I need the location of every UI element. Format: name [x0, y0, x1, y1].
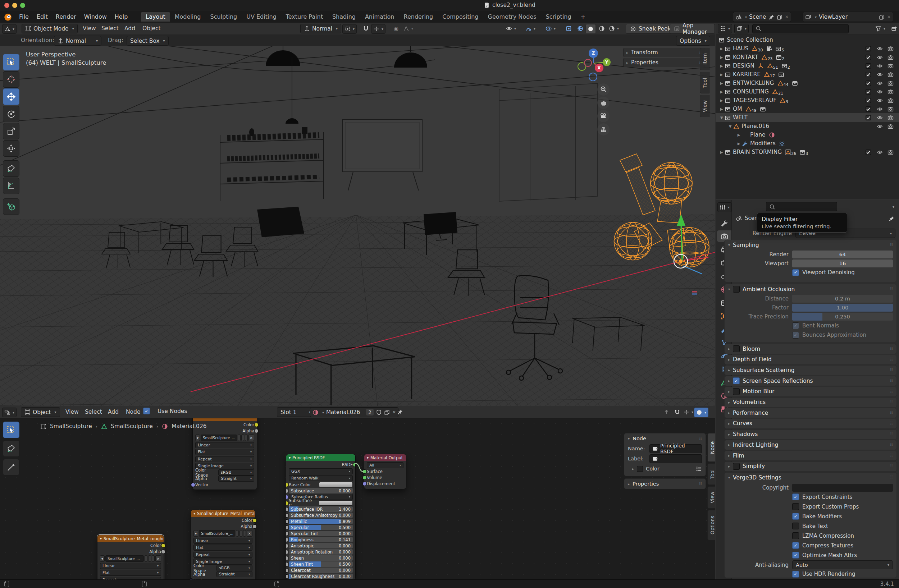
shader-tool-annotate[interactable] [3, 440, 19, 457]
image-datablock[interactable]: ▾ SmallSculpture_... ✕ [193, 530, 252, 537]
close-window-button[interactable] [4, 3, 9, 8]
pin-icon[interactable] [768, 14, 775, 20]
outliner-root[interactable]: Scene Collection [715, 35, 899, 44]
panel-bloom[interactable]: ▸Bloom⠿ [724, 344, 897, 354]
checkbox-toggle[interactable] [865, 114, 872, 121]
eye-toggle[interactable] [876, 105, 883, 113]
bake-modifiers-checkbox[interactable]: ✓Bake Modifiers [792, 511, 896, 521]
panel-screen-space-reflections[interactable]: ▸✓Screen Space Reflections⠿ [724, 376, 897, 386]
expand-arrow-icon[interactable]: ▶ [718, 99, 724, 102]
input-socket-subsurface-ior[interactable] [286, 507, 289, 511]
viewport-samples-field[interactable]: 16 [792, 259, 893, 267]
expand-arrow-icon[interactable]: ▶ [718, 90, 724, 94]
panel-curves[interactable]: ▸Curves⠿ [724, 419, 897, 429]
image-datablock[interactable]: ▾ SmallSculpture_... ✕ [100, 555, 161, 562]
panel-film[interactable]: ▸Film⠿ [724, 451, 897, 461]
input-socket-sheen-tint[interactable] [286, 562, 289, 566]
gizmos-toggle[interactable]: ▾ [524, 24, 537, 33]
tool-add-cube[interactable] [3, 198, 19, 215]
dropdown-straight[interactable]: Straight▾ [216, 571, 252, 577]
input-socket-surface[interactable] [363, 469, 367, 474]
input-socket-specular-tint[interactable] [286, 532, 289, 536]
node-name-input[interactable]: Principled BSDF [649, 444, 702, 453]
camera-toggle[interactable] [887, 148, 894, 156]
dropdown-linear[interactable]: Linear▾ [195, 442, 254, 448]
optimize-mesh-attrs-checkbox[interactable]: ✓Optimize Mesh Attrs [792, 550, 896, 560]
param-sheen-tint[interactable]: Sheen Tint0.500 [289, 562, 353, 567]
checkbox-toggle[interactable] [865, 79, 872, 86]
node-panel-header[interactable]: ▾Node⠿ [624, 434, 706, 443]
param-subsurface-anisotropy[interactable]: Subsurface Anisotropy0.000 [289, 512, 353, 518]
expand-arrow-icon[interactable]: ▶ [718, 150, 724, 154]
copyright-input[interactable] [792, 484, 893, 492]
outliner-item-kontakt[interactable]: ▶KONTAKT232 [715, 53, 899, 62]
export-constraints-checkbox[interactable]: ✓Export Constraints [792, 492, 896, 502]
shader-menu-node[interactable]: Node [122, 409, 144, 415]
menu-window[interactable]: Window [80, 13, 111, 20]
shader-menu-select[interactable]: Select [81, 409, 106, 415]
outliner-item-haus[interactable]: ▶HAUS305 [715, 44, 899, 53]
dropdown-ggx[interactable]: GGX▾ [289, 468, 353, 474]
eye-toggle[interactable] [876, 148, 883, 156]
new-viewlayer-button[interactable] [879, 14, 885, 20]
output-socket-color[interactable] [254, 423, 258, 427]
shader-tool-links-cut[interactable] [3, 459, 19, 475]
shader-menu-add[interactable]: Add [104, 409, 122, 415]
menu-edit[interactable]: Edit [33, 13, 52, 20]
enable-checkbox[interactable] [733, 463, 740, 470]
trace-precision-slider[interactable]: 0.250 [792, 313, 893, 321]
param-subsurface[interactable]: Subsurface0.000 [289, 488, 353, 494]
input-socket-roughness[interactable] [286, 538, 289, 542]
sidebar-tab-item[interactable]: Item [700, 48, 709, 70]
expand-arrow-icon[interactable]: ▶ [718, 64, 724, 68]
expand-arrow-icon[interactable]: ▼ [727, 124, 733, 128]
transform-panel-header[interactable]: ▸Transform⠿ [623, 48, 705, 57]
camera-toggle[interactable] [887, 71, 894, 78]
distance-slider[interactable]: 0.2 m [792, 295, 893, 302]
input-socket-vector[interactable] [189, 578, 193, 580]
app-manager-button[interactable]: App Manager [670, 24, 715, 34]
node-header[interactable]: ▾SmallSculpture_Metal_roughness.png [97, 535, 164, 542]
color-override-checkbox[interactable] [637, 466, 643, 472]
fake-user-icon[interactable] [236, 530, 239, 537]
properties-pin-icon[interactable] [888, 216, 895, 222]
camera-toggle[interactable] [887, 54, 894, 61]
eye-toggle[interactable] [876, 71, 883, 78]
outliner-item-plane-016[interactable]: ▼Plane.016 [715, 122, 899, 130]
input-socket-subsurface-c-[interactable] [286, 501, 289, 505]
panel-motion-blur[interactable]: ▸Motion Blur⠿ [724, 387, 897, 397]
material-user-count[interactable]: 2 [366, 409, 374, 415]
sidebar-tab-view[interactable]: View [700, 95, 709, 117]
shader-snap-toggle[interactable] [674, 409, 680, 415]
checkbox-toggle[interactable] [865, 71, 872, 78]
param-subsurface-c-[interactable]: Subsurface C... [289, 500, 353, 506]
input-socket-vector[interactable] [191, 483, 195, 487]
proportional-falloff-selector[interactable]: ▾ [401, 24, 415, 33]
panel-volumetrics[interactable]: ▸Volumetrics⠿ [724, 398, 897, 407]
panel-performance[interactable]: ▸Performance⠿ [724, 408, 897, 418]
dropdown-flat[interactable]: Flat▾ [193, 545, 252, 551]
outliner-display-mode[interactable]: ▾ [734, 24, 749, 34]
gizmo-neg-y[interactable] [584, 59, 592, 66]
outliner-filter-button[interactable]: ▾ [873, 24, 887, 33]
shader-sidebar-tab-options[interactable]: Options [707, 510, 715, 540]
editor-type-selector[interactable]: ▾ [2, 24, 17, 34]
properties-panel-collapsed[interactable]: ▸Properties⠿ [624, 478, 706, 489]
workspace-tab-animation[interactable]: Animation [360, 12, 399, 22]
shading-solid-button[interactable] [585, 24, 596, 34]
maximize-window-button[interactable] [20, 3, 25, 8]
dropdown-srgb[interactable]: sRGB▾ [216, 565, 252, 571]
factor-slider[interactable]: 1.00 [792, 304, 893, 312]
panel-depth-of-field[interactable]: ▸Depth of Field⠿ [724, 355, 897, 365]
tool-select-box[interactable] [3, 54, 19, 71]
xray-toggle[interactable] [564, 24, 573, 33]
output-socket-color[interactable] [161, 543, 165, 548]
orthographic-toggle-button[interactable] [597, 123, 610, 136]
unlink-scene-button[interactable]: ✕ [785, 14, 789, 19]
gizmo-neg-z[interactable] [589, 73, 597, 81]
open-folder-icon[interactable] [243, 530, 246, 537]
color-swatch[interactable] [319, 500, 353, 506]
shader-pin-icon[interactable] [397, 409, 403, 415]
viewport-menu-object[interactable]: Object [139, 25, 164, 32]
dropdown-repeat[interactable]: Repeat▾ [195, 456, 254, 462]
